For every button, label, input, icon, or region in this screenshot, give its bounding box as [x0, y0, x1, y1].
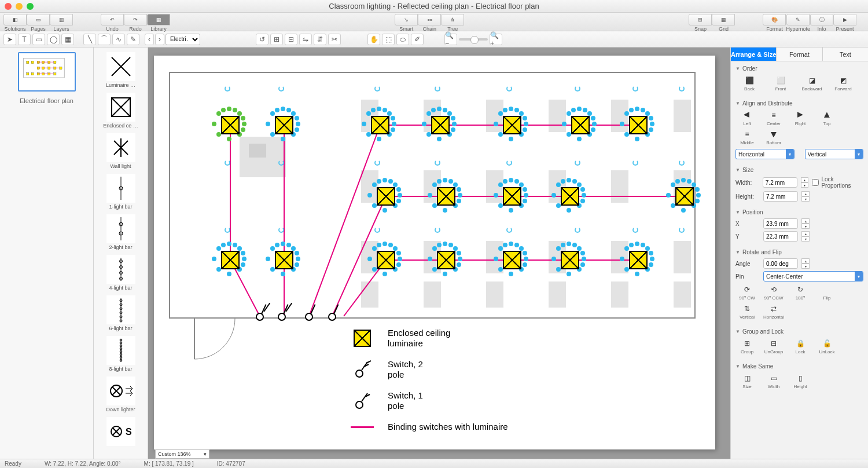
grid-button[interactable]: ▦	[712, 14, 735, 25]
maximize-icon[interactable]	[27, 3, 34, 10]
luminaire[interactable]	[503, 116, 521, 134]
ellipse-tool[interactable]: ◯	[47, 34, 60, 45]
luminaire[interactable]	[629, 116, 648, 134]
lib-item-8light[interactable]: 8-light bar	[94, 334, 148, 374]
luminaire[interactable]	[561, 251, 579, 269]
align-right[interactable]: ⯈Right	[789, 111, 812, 126]
order-back[interactable]: ⬛Back	[735, 76, 763, 92]
luminaire[interactable]	[503, 187, 521, 206]
align-middle[interactable]: ≡Middle	[735, 130, 759, 145]
library-selector[interactable]: Electri…	[165, 34, 200, 45]
angle-input[interactable]	[763, 258, 798, 269]
zoom-indicator[interactable]: Custom 136%▾	[155, 449, 209, 459]
align-top[interactable]: ⯅Top	[815, 111, 838, 126]
flip-h-tool[interactable]: ⇋	[299, 34, 312, 45]
height-input[interactable]	[763, 191, 798, 202]
lib-item-2light[interactable]: 2-light bar	[94, 212, 148, 253]
zoom-out[interactable]: 🔍−	[444, 34, 457, 45]
section-order[interactable]: Order	[735, 64, 863, 74]
lib-item-1light[interactable]: 1-light bar	[94, 171, 148, 212]
close-icon[interactable]	[5, 3, 12, 10]
rect-tool[interactable]: ▭	[32, 34, 45, 45]
width-input[interactable]	[763, 177, 797, 188]
luminaire[interactable]	[221, 251, 240, 269]
text-tool[interactable]: T	[18, 34, 31, 45]
section-align[interactable]: Align and Distribute	[735, 98, 863, 108]
tab-text[interactable]: Text	[823, 47, 868, 61]
lib-item-6light[interactable]: 6-light bar	[94, 293, 148, 334]
make-same-width[interactable]: ▭Width	[762, 374, 785, 389]
distribute-horizontal[interactable]: Horizontal▾	[735, 149, 795, 159]
lib-item-4light[interactable]: 4-light bar	[94, 253, 148, 293]
spline-tool[interactable]: ∿	[112, 34, 125, 45]
library-button[interactable]: ▦	[147, 14, 170, 25]
luminaire[interactable]	[431, 116, 450, 134]
y-input[interactable]	[763, 231, 798, 242]
drawing-page[interactable]: Enclosed ceilingluminaire Switch, 2pole …	[154, 56, 715, 449]
lib-prev[interactable]: ‹	[145, 34, 154, 45]
line-tool[interactable]: ╲	[83, 34, 96, 45]
luminaire[interactable]	[371, 116, 389, 134]
luminaire[interactable]	[571, 116, 590, 134]
solutions-button[interactable]: ◧	[3, 14, 27, 25]
lib-item-enclosed-ceiling[interactable]: Enclosed ce …	[94, 90, 148, 131]
rotate-90cw[interactable]: ⟳90º CW	[735, 285, 759, 301]
align-bottom[interactable]: ⯆Bottom	[762, 130, 785, 145]
order-forward[interactable]: ◩Forward	[829, 76, 857, 92]
rotate-left-tool[interactable]: ↺	[256, 34, 269, 45]
redo-button[interactable]: ↷	[124, 14, 147, 25]
luminaire[interactable]	[437, 251, 455, 269]
luminaire[interactable]	[377, 187, 395, 206]
section-make-same[interactable]: Make Same	[735, 361, 863, 371]
rotate-90ccw[interactable]: ⟲90º CCW	[762, 285, 785, 301]
lib-item-extra[interactable]: S	[94, 415, 148, 448]
x-input[interactable]	[763, 218, 798, 229]
undo-button[interactable]: ↶	[101, 14, 124, 25]
select-tool[interactable]: ⬚	[382, 34, 395, 45]
tab-format[interactable]: Format	[777, 47, 822, 61]
ungroup-tool[interactable]: ⊟	[285, 34, 297, 45]
tree-connector-button[interactable]: ⋔	[441, 14, 464, 25]
chain-connector-button[interactable]: ⫘	[418, 14, 441, 25]
x-stepper[interactable]: ▴▾	[801, 218, 810, 229]
lib-next[interactable]: ›	[155, 34, 164, 45]
lasso-tool[interactable]: ⬭	[396, 34, 409, 45]
snap-button[interactable]: ⊞	[689, 14, 712, 25]
lock-proportions[interactable]: Lock Proportions	[812, 176, 863, 189]
align-center[interactable]: ≡Center	[762, 111, 785, 126]
angle-stepper[interactable]: ▴▾	[801, 258, 810, 269]
arc-tool[interactable]: ⌒	[98, 34, 111, 45]
layers-button[interactable]: ▥	[50, 14, 73, 25]
height-stepper[interactable]: ▴▾	[801, 191, 810, 202]
lib-item-wall-light[interactable]: Wall light	[94, 131, 148, 171]
canvas[interactable]: Enclosed ceilingluminaire Switch, 2pole …	[148, 47, 730, 459]
order-backward[interactable]: ◪Backward	[798, 76, 826, 92]
rotate-180[interactable]: ↻180º	[789, 285, 812, 301]
pages-button[interactable]: ▭	[27, 14, 50, 25]
crop-tool[interactable]: ✂	[328, 34, 341, 45]
hypernote-button[interactable]: ✎	[786, 14, 810, 25]
pointer-tool[interactable]: ➤	[3, 34, 16, 45]
switch-symbol[interactable]	[328, 313, 336, 321]
lib-item-luminaire[interactable]: Luminaire …	[94, 50, 148, 90]
minimize-icon[interactable]	[16, 3, 23, 10]
switch-symbol[interactable]	[278, 313, 286, 321]
section-size[interactable]: Size	[735, 165, 863, 175]
pen-tool[interactable]: ✎	[127, 34, 139, 45]
zoom-slider[interactable]	[459, 38, 488, 41]
group-button[interactable]: ⊞Group	[735, 339, 759, 354]
unlock-button[interactable]: 🔓UnLock	[815, 339, 838, 354]
y-stepper[interactable]: ▴▾	[801, 231, 810, 242]
format-button[interactable]: 🎨	[763, 14, 786, 25]
zoom-in[interactable]: 🔍+	[490, 34, 502, 45]
luminaire[interactable]	[437, 187, 455, 206]
width-stepper[interactable]: ▴▾	[801, 177, 809, 188]
order-front[interactable]: ⬜Front	[767, 76, 795, 92]
align-left[interactable]: ⯇Left	[735, 111, 759, 126]
info-button[interactable]: ⓘ	[810, 14, 833, 25]
flip-horizontal[interactable]: ⇄Horizontal	[762, 304, 785, 320]
lock-button[interactable]: 🔒Lock	[789, 339, 812, 354]
section-position[interactable]: Position	[735, 207, 863, 217]
luminaire[interactable]	[275, 251, 293, 269]
make-same-height[interactable]: ▯Height	[789, 374, 812, 389]
